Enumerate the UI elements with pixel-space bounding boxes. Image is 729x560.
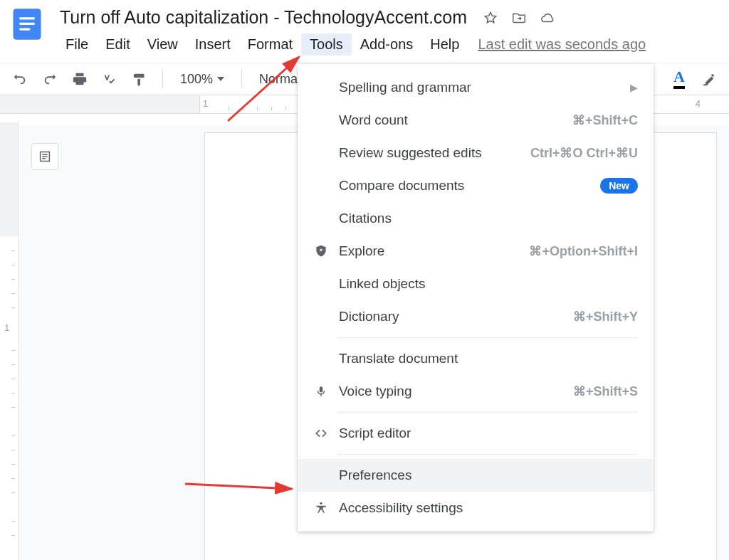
blank-icon: [313, 145, 329, 161]
dd-label: Dictionary: [339, 309, 563, 324]
blank-icon: [313, 309, 329, 324]
highlight-button[interactable]: [699, 69, 719, 89]
redo-button[interactable]: [40, 69, 60, 89]
dd-preferences[interactable]: Preferences: [298, 459, 654, 492]
dd-shortcut: Ctrl+⌘O Ctrl+⌘U: [530, 145, 638, 161]
dd-label: Citations: [339, 211, 638, 226]
print-button[interactable]: [70, 69, 90, 89]
menu-addons[interactable]: Add-ons: [352, 33, 422, 56]
menu-help[interactable]: Help: [421, 33, 468, 56]
mic-icon: [313, 384, 329, 399]
dd-accessibility-settings[interactable]: Accessibility settings: [298, 492, 654, 524]
dd-shortcut: ⌘+Shift+Y: [573, 309, 638, 324]
move-icon[interactable]: [511, 10, 527, 26]
dd-citations[interactable]: Citations: [298, 202, 654, 235]
menu-view[interactable]: View: [139, 33, 187, 56]
style-name-value: Normal: [259, 72, 300, 87]
dd-label: Review suggested edits: [339, 145, 520, 161]
separator: [337, 454, 638, 455]
dd-shortcut: ⌘+Shift+S: [573, 384, 638, 399]
undo-button[interactable]: [10, 69, 30, 89]
ruler-number: 1: [4, 322, 9, 333]
separator: [241, 70, 242, 88]
dd-word-count[interactable]: Word count ⌘+Shift+C: [298, 104, 654, 137]
dd-spelling-grammar[interactable]: Spelling and grammar ▶: [298, 71, 654, 104]
menu-file[interactable]: File: [57, 33, 97, 56]
svg-rect-1: [19, 17, 35, 19]
text-color-button[interactable]: A: [673, 69, 685, 89]
dd-label: Voice typing: [339, 384, 563, 399]
blank-icon: [313, 178, 329, 194]
menu-tools[interactable]: Tools: [301, 33, 352, 56]
new-badge: New: [600, 178, 638, 194]
blank-icon: [313, 276, 329, 292]
dd-label: Compare documents: [339, 178, 590, 194]
dd-voice-typing[interactable]: Voice typing ⌘+Shift+S: [298, 375, 654, 408]
dd-label: Linked objects: [339, 276, 638, 292]
dd-linked-objects[interactable]: Linked objects: [298, 268, 654, 300]
blank-icon: [313, 211, 329, 226]
dd-shortcut: ⌘+Shift+C: [572, 112, 638, 128]
svg-rect-3: [19, 28, 30, 30]
svg-rect-2: [19, 23, 35, 25]
zoom-value: 100%: [180, 72, 213, 87]
spellcheck-button[interactable]: [100, 69, 120, 89]
vertical-ruler[interactable]: 1: [0, 122, 19, 560]
dd-review-suggested[interactable]: Review suggested edits Ctrl+⌘O Ctrl+⌘U: [298, 137, 654, 169]
separator: [162, 70, 163, 88]
submenu-arrow-icon: ▶: [630, 82, 638, 93]
code-icon: [313, 426, 329, 441]
ruler-number: 1: [203, 98, 208, 109]
dd-label: Preferences: [339, 467, 638, 483]
menu-insert[interactable]: Insert: [187, 33, 239, 56]
svg-point-4: [320, 502, 322, 504]
document-title[interactable]: Turn off Auto capitalization - Technolog…: [57, 6, 470, 29]
menu-format[interactable]: Format: [239, 33, 301, 56]
explore-icon: [313, 243, 329, 259]
star-icon[interactable]: [483, 10, 498, 26]
dd-label: Accessibility settings: [339, 500, 638, 516]
menubar: File Edit View Insert Format Tools Add-o…: [57, 33, 720, 56]
dd-label: Script editor: [339, 426, 638, 441]
last-edit-link[interactable]: Last edit was seconds ago: [478, 36, 646, 53]
dd-compare-documents[interactable]: Compare documents New: [298, 169, 654, 202]
outline-button[interactable]: [31, 143, 58, 170]
cloud-status-icon[interactable]: [540, 10, 555, 26]
blank-icon: [313, 467, 329, 483]
paint-format-button[interactable]: [130, 69, 150, 89]
separator: [337, 412, 638, 413]
dd-script-editor[interactable]: Script editor: [298, 417, 654, 450]
separator: [337, 337, 638, 338]
dd-explore[interactable]: Explore ⌘+Option+Shift+I: [298, 235, 654, 268]
dd-translate-document[interactable]: Translate document: [298, 342, 654, 375]
docs-logo[interactable]: [9, 6, 46, 43]
menu-edit[interactable]: Edit: [97, 33, 138, 56]
dd-dictionary[interactable]: Dictionary ⌘+Shift+Y: [298, 300, 654, 333]
tools-dropdown: Spelling and grammar ▶ Word count ⌘+Shif…: [298, 64, 654, 532]
blank-icon: [313, 112, 329, 128]
blank-icon: [313, 351, 329, 366]
dd-label: Spelling and grammar: [339, 80, 620, 95]
dd-shortcut: ⌘+Option+Shift+I: [529, 243, 638, 259]
zoom-selector[interactable]: 100%: [176, 72, 229, 87]
dd-label: Word count: [339, 112, 562, 128]
dd-label: Translate document: [339, 351, 638, 366]
dd-label: Explore: [339, 243, 519, 259]
ruler-number: 4: [696, 98, 701, 109]
accessibility-icon: [313, 500, 329, 516]
blank-icon: [313, 80, 329, 95]
